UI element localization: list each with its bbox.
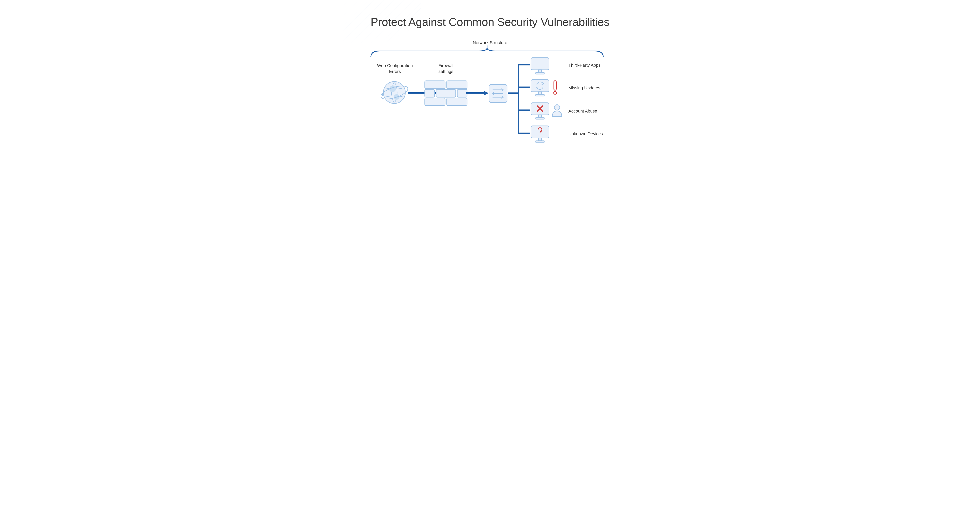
diagram-canvas: Protect Against Common Security Vulnerab… — [343, 0, 637, 154]
svg-point-39 — [554, 105, 560, 110]
svg-point-2 — [382, 94, 383, 96]
alert-icon — [552, 80, 558, 96]
svg-rect-10 — [447, 98, 467, 105]
svg-rect-8 — [457, 89, 467, 97]
switch-icon — [488, 84, 508, 104]
page-title: Protect Against Common Security Vulnerab… — [343, 15, 637, 29]
svg-rect-32 — [536, 118, 544, 119]
svg-rect-7 — [436, 89, 456, 97]
endpoint-label-2: Account Abuse — [568, 108, 597, 114]
svg-rect-35 — [538, 138, 541, 141]
monitor-refresh-icon — [530, 79, 550, 98]
svg-point-0 — [383, 81, 405, 104]
arrow-firewall-to-switch-icon — [466, 91, 488, 96]
monitor-blank-icon — [530, 57, 550, 76]
svg-rect-9 — [425, 98, 445, 105]
endpoint-label-0: Third-Party Apps — [568, 63, 601, 68]
svg-point-34 — [540, 135, 540, 135]
svg-rect-22 — [531, 57, 549, 70]
firewall-icon — [424, 80, 468, 107]
svg-rect-25 — [531, 80, 549, 92]
svg-rect-27 — [536, 94, 544, 96]
node-label-web: Web Configuration Errors — [373, 63, 417, 74]
user-icon — [551, 104, 563, 118]
svg-rect-37 — [554, 81, 556, 90]
svg-rect-26 — [538, 92, 541, 94]
monitor-question-icon — [530, 125, 550, 144]
svg-rect-36 — [536, 141, 544, 142]
section-label: Network Structure — [343, 40, 637, 45]
svg-point-38 — [554, 92, 557, 94]
svg-rect-6 — [425, 89, 434, 97]
brace-icon — [371, 46, 604, 57]
diagram-area: Web Configuration Errors Firewall settin… — [343, 61, 637, 147]
svg-rect-4 — [425, 81, 445, 89]
svg-rect-23 — [538, 70, 541, 73]
svg-rect-31 — [538, 115, 541, 118]
svg-rect-24 — [536, 73, 544, 74]
endpoint-label-3: Unknown Devices — [568, 131, 603, 137]
monitor-x-icon — [530, 102, 550, 121]
endpoint-label-1: Missing Updates — [568, 86, 600, 91]
svg-rect-5 — [447, 81, 467, 89]
node-label-firewall: Firewall settings — [428, 63, 463, 74]
globe-icon — [381, 80, 408, 107]
